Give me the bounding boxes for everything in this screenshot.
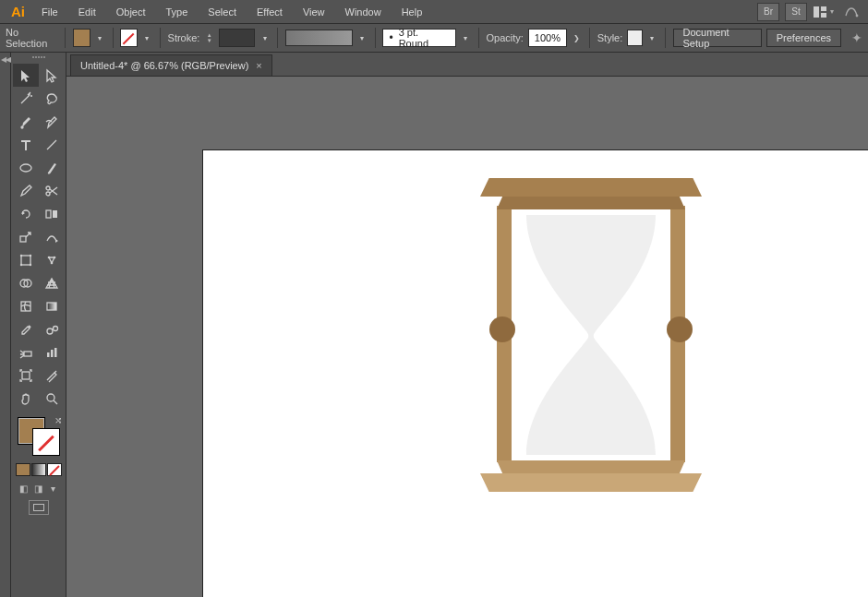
gpu-icon[interactable]: [840, 3, 862, 21]
svg-point-16: [29, 263, 30, 265]
hourglass-cap-bottom-inner: [497, 460, 685, 473]
brush-definition-value: 3 pt. Round: [399, 27, 450, 49]
brush-definition-field[interactable]: • 3 pt. Round: [382, 29, 455, 47]
svg-point-7: [46, 186, 50, 190]
tool-hand[interactable]: [13, 387, 39, 410]
tool-graph[interactable]: [39, 340, 65, 364]
stroke-weight-field[interactable]: [219, 29, 255, 47]
svg-rect-26: [24, 352, 31, 356]
close-tab-icon[interactable]: ×: [256, 60, 261, 71]
color-mode-gradient[interactable]: [31, 463, 46, 476]
tool-puppet-warp[interactable]: [39, 248, 65, 271]
tool-pencil[interactable]: [13, 179, 39, 202]
svg-point-13: [19, 254, 21, 256]
tool-selection[interactable]: [13, 64, 39, 87]
document-tab[interactable]: Untitled-4* @ 66.67% (RGB/Preview) ×: [70, 54, 272, 76]
stroke-profile-dropdown[interactable]: ▾: [357, 29, 368, 47]
menu-select[interactable]: Select: [199, 3, 246, 21]
menu-type[interactable]: Type: [157, 3, 198, 21]
brush-definition-dropdown[interactable]: ▾: [461, 29, 471, 47]
tool-width[interactable]: [39, 225, 65, 248]
menu-object[interactable]: Object: [107, 3, 155, 21]
svg-point-14: [29, 254, 30, 256]
graphic-style-swatch[interactable]: [627, 30, 642, 46]
svg-rect-22: [21, 302, 30, 311]
preferences-button[interactable]: Preferences: [766, 29, 841, 47]
svg-point-31: [47, 394, 54, 401]
panel-dock-strip[interactable]: ◀◀: [0, 53, 11, 597]
tool-magic-wand[interactable]: [13, 87, 39, 110]
svg-rect-30: [22, 372, 30, 379]
svg-rect-0: [814, 6, 819, 18]
arrange-docs-icon[interactable]: ▾: [813, 3, 835, 21]
swap-fill-stroke-icon[interactable]: ⤭: [54, 415, 62, 425]
svg-point-6: [20, 164, 31, 172]
tool-slice[interactable]: [39, 364, 65, 387]
menu-window[interactable]: Window: [336, 3, 391, 21]
opacity-dropdown[interactable]: ❯: [572, 29, 582, 47]
tool-curvature[interactable]: [39, 110, 65, 133]
svg-point-4: [21, 126, 23, 128]
svg-line-32: [54, 400, 57, 404]
tool-paintbrush[interactable]: [39, 156, 65, 179]
svg-rect-1: [821, 6, 826, 11]
draw-inside-icon[interactable]: ▾: [47, 482, 60, 495]
tool-direct-selection[interactable]: [39, 64, 65, 87]
svg-rect-23: [47, 303, 56, 310]
stroke-dropdown[interactable]: ▾: [142, 29, 152, 47]
tool-mesh[interactable]: [13, 294, 39, 317]
svg-rect-29: [54, 348, 57, 357]
color-mode-color[interactable]: [16, 463, 30, 476]
tool-type[interactable]: [13, 133, 39, 156]
tool-shape-builder[interactable]: [13, 271, 39, 294]
stroke-swatch[interactable]: [120, 29, 137, 47]
tool-rotate[interactable]: [13, 202, 39, 225]
fill-stroke-control[interactable]: ⤭: [16, 415, 62, 458]
stroke-profile-field[interactable]: [285, 30, 353, 46]
document-setup-button[interactable]: Document Setup: [673, 29, 762, 47]
color-mode-none[interactable]: [47, 463, 62, 476]
tool-eyedropper[interactable]: [13, 317, 39, 340]
tool-artboard[interactable]: [13, 364, 39, 387]
menu-edit[interactable]: Edit: [69, 3, 105, 21]
tool-free-transform[interactable]: [13, 248, 39, 271]
opacity-field[interactable]: 100%: [528, 29, 567, 47]
stock-icon[interactable]: St: [785, 3, 807, 21]
menu-bar: Ai File Edit Object Type Select Effect V…: [0, 0, 868, 23]
tool-gradient[interactable]: [39, 294, 65, 317]
menu-file[interactable]: File: [32, 3, 67, 21]
menu-help[interactable]: Help: [392, 3, 432, 21]
hourglass-glass: [517, 211, 665, 459]
hourglass-knob-left: [489, 316, 515, 342]
tools-panel-grip[interactable]: [25, 56, 53, 61]
tool-lasso[interactable]: [39, 87, 65, 110]
align-to-icon[interactable]: ✦: [851, 30, 862, 45]
menu-effect[interactable]: Effect: [247, 3, 292, 21]
tool-scissors[interactable]: [39, 179, 65, 202]
tool-perspective-grid[interactable]: [39, 271, 65, 294]
graphic-style-dropdown[interactable]: ▾: [647, 29, 657, 47]
tool-scale[interactable]: [13, 225, 39, 248]
bridge-icon[interactable]: Br: [757, 3, 779, 21]
stroke-weight-dropdown[interactable]: ▾: [259, 29, 270, 47]
tool-ellipse[interactable]: [13, 156, 39, 179]
tool-line[interactable]: [39, 133, 65, 156]
screen-mode-button[interactable]: [29, 500, 49, 515]
stroke-weight-stepper[interactable]: ▲▼: [204, 29, 214, 47]
canvas[interactable]: [66, 77, 868, 597]
fill-swatch[interactable]: [73, 29, 90, 47]
collapse-icon: ◀◀: [1, 55, 10, 597]
draw-normal-icon[interactable]: ◧: [18, 482, 30, 495]
draw-behind-icon[interactable]: ◨: [32, 482, 45, 495]
fill-dropdown[interactable]: ▾: [95, 29, 105, 47]
menu-view[interactable]: View: [294, 3, 334, 21]
document-tab-title: Untitled-4* @ 66.67% (RGB/Preview): [80, 60, 248, 71]
stroke-color-swatch[interactable]: [32, 428, 60, 456]
stroke-label: Stroke:: [168, 32, 200, 43]
svg-point-8: [46, 192, 50, 196]
tool-symbol-sprayer[interactable]: [13, 340, 39, 364]
tool-zoom[interactable]: [39, 387, 65, 410]
tool-measure[interactable]: [39, 317, 65, 340]
tool-reflect[interactable]: [39, 202, 65, 225]
tool-pen[interactable]: [13, 110, 39, 133]
